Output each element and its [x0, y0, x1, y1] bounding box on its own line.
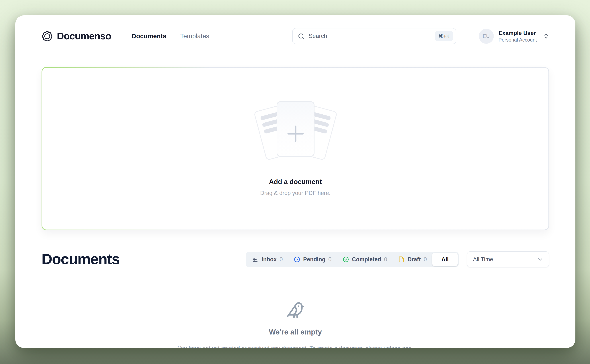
filters: Inbox 0 Pending 0: [246, 251, 549, 267]
desktop-background: Documenso Documents Templates ⌘+K EU: [0, 0, 590, 364]
check-circle-icon: [342, 256, 349, 262]
tab-label: Pending: [303, 256, 325, 262]
documenso-seal-icon: [42, 30, 53, 42]
documents-toolbar: Documents Inbox 0: [42, 251, 549, 268]
user-info: Example User Personal Account: [499, 29, 537, 43]
top-navigation: Documenso Documents Templates ⌘+K EU: [42, 28, 549, 45]
tab-inbox[interactable]: Inbox 0: [247, 253, 288, 266]
tab-count: 0: [328, 256, 331, 262]
documenso-logo[interactable]: Documenso: [42, 30, 111, 42]
tab-count: 0: [424, 256, 427, 262]
period-filter-select[interactable]: All Time: [467, 251, 549, 267]
empty-state-description: You have not yet created or received any…: [168, 344, 423, 348]
tab-draft[interactable]: Draft 0: [393, 253, 432, 266]
nav-documents[interactable]: Documents: [132, 32, 166, 40]
status-tabbar: Inbox 0 Pending 0: [246, 252, 459, 267]
tab-label: Inbox: [262, 256, 277, 262]
tab-count: 0: [280, 256, 283, 262]
signature-icon: [252, 256, 259, 262]
dropzone-subtitle: Drag & drop your PDF here.: [260, 190, 331, 196]
avatar: EU: [479, 29, 494, 44]
search-shortcut-badge: ⌘+K: [435, 31, 453, 41]
main-nav: Documents Templates: [132, 32, 209, 40]
tab-label: All: [441, 256, 449, 262]
search-icon: [298, 32, 305, 39]
page-title: Documents: [42, 251, 120, 268]
clock-icon: [294, 256, 300, 262]
tab-completed[interactable]: Completed 0: [337, 253, 392, 266]
empty-state: We're all empty You have not yet created…: [42, 268, 549, 348]
search-input[interactable]: [309, 33, 435, 39]
file-icon: [398, 256, 405, 262]
chevron-down-icon: [537, 256, 544, 263]
tab-count: 0: [384, 256, 387, 262]
tab-pending[interactable]: Pending 0: [288, 253, 337, 266]
tab-label: Draft: [408, 256, 421, 262]
empty-state-title: We're all empty: [269, 328, 322, 336]
plus-icon: [284, 122, 307, 145]
app-window: Documenso Documents Templates ⌘+K EU: [15, 15, 575, 348]
chevrons-up-down-icon: [543, 33, 549, 39]
tab-label: Completed: [352, 256, 381, 262]
user-name: Example User: [499, 29, 537, 37]
upload-dropzone[interactable]: Add a document Drag & drop your PDF here…: [42, 68, 548, 230]
bird-icon: [286, 301, 305, 319]
tab-all[interactable]: All: [432, 253, 458, 266]
document-stack-icon: [253, 101, 337, 163]
document-card-center: [276, 101, 314, 157]
brand-name: Documenso: [57, 30, 111, 42]
dropzone-title: Add a document: [269, 178, 322, 186]
dropzone-border: Add a document Drag & drop your PDF here…: [42, 67, 549, 230]
user-menu[interactable]: EU Example User Personal Account: [479, 29, 549, 44]
search-bar[interactable]: ⌘+K: [292, 28, 456, 44]
period-filter-value: All Time: [473, 256, 493, 262]
nav-templates[interactable]: Templates: [180, 32, 209, 40]
user-account-type: Personal Account: [499, 37, 537, 43]
